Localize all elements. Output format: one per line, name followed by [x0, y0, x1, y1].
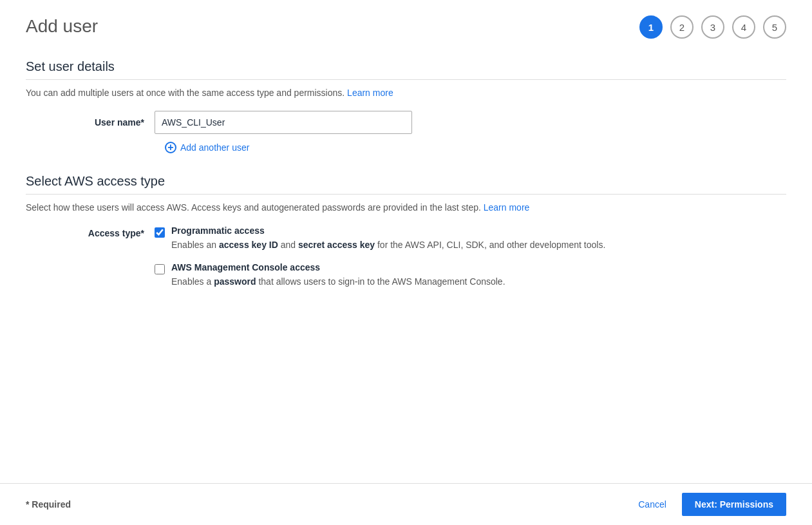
step-2[interactable]: 2 — [670, 15, 694, 39]
username-label: User name* — [26, 117, 155, 128]
next-permissions-button[interactable]: Next: Permissions — [682, 493, 786, 516]
console-access-option: AWS Management Console access Enables a … — [155, 262, 786, 289]
programmatic-access-checkbox[interactable] — [155, 227, 165, 238]
step-4[interactable]: 4 — [732, 15, 755, 39]
set-user-details-title: Set user details — [26, 59, 786, 74]
bold-password: password — [214, 276, 256, 287]
access-type-description: Select how these users will access AWS. … — [26, 202, 786, 213]
set-user-description: You can add multiple users at once with … — [26, 88, 786, 98]
required-note: * Required — [26, 499, 71, 510]
bold-secret-access-key: secret access key — [298, 240, 375, 250]
page-title: Add user — [26, 15, 98, 37]
steps-nav: 1 2 3 4 5 — [639, 15, 786, 39]
header-row: Add user 1 2 3 4 5 — [26, 15, 786, 39]
programmatic-access-title: Programmatic access — [171, 225, 786, 236]
required-asterisk: * Required — [26, 499, 71, 510]
access-type-section: Select AWS access type Select how these … — [26, 174, 786, 299]
access-option-row: Access type* Programmatic access Enables… — [26, 225, 786, 299]
footer-buttons: Cancel Next: Permissions — [630, 493, 786, 516]
add-another-user-link[interactable]: + Add another user — [165, 142, 249, 153]
programmatic-access-option: Programmatic access Enables an access ke… — [155, 225, 786, 252]
console-access-content: AWS Management Console access Enables a … — [171, 262, 786, 289]
section-divider-2 — [26, 194, 786, 195]
access-type-learn-more-link[interactable]: Learn more — [484, 202, 530, 213]
step-1[interactable]: 1 — [639, 15, 663, 39]
bold-access-key-id: access key ID — [219, 240, 278, 250]
username-input[interactable] — [155, 111, 412, 134]
step-5[interactable]: 5 — [763, 15, 786, 39]
username-form-row: User name* — [26, 111, 786, 134]
add-user-row: + Add another user — [165, 142, 786, 153]
access-type-title: Select AWS access type — [26, 174, 786, 189]
access-options-col: Programmatic access Enables an access ke… — [155, 225, 786, 299]
console-access-desc: Enables a password that allows users to … — [171, 275, 786, 289]
access-type-label: Access type* — [26, 225, 155, 238]
set-user-details-section: Set user details You can add multiple us… — [26, 59, 786, 153]
programmatic-access-content: Programmatic access Enables an access ke… — [171, 225, 786, 252]
console-access-checkbox[interactable] — [155, 264, 165, 274]
console-access-title: AWS Management Console access — [171, 262, 786, 272]
footer: * Required Cancel Next: Permissions — [0, 483, 812, 525]
cancel-button[interactable]: Cancel — [630, 494, 674, 515]
step-3[interactable]: 3 — [701, 15, 724, 39]
add-icon: + — [165, 142, 176, 153]
programmatic-access-desc: Enables an access key ID and secret acce… — [171, 238, 786, 252]
set-user-learn-more-link[interactable]: Learn more — [347, 88, 393, 98]
section-divider-1 — [26, 79, 786, 80]
